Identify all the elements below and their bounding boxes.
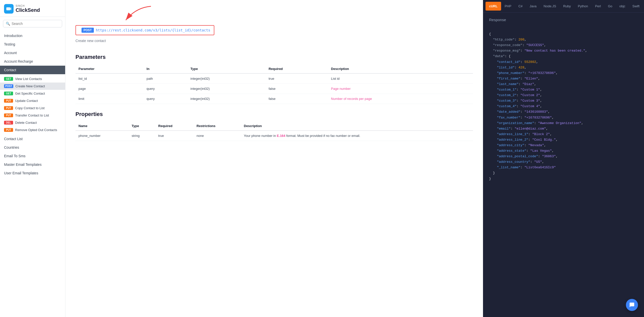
parameters-table: Parameter In Type Required Description l… (75, 64, 473, 104)
method-get-contact[interactable]: GET Get Specific Contact (0, 90, 65, 97)
method-label-create: Create New Contact (15, 84, 45, 88)
sidebar: SINCH ClickSend 🔍 Introduction Testing A… (0, 0, 65, 317)
prop-col-required: Required (155, 122, 193, 131)
prop-col-name: Name (75, 122, 129, 131)
method-create-contact[interactable]: POST Create New Contact (0, 83, 65, 90)
method-delete-contact[interactable]: DEL Delete Contact (0, 119, 65, 126)
method-label-get: Get Specific Contact (15, 92, 45, 95)
prop-col-restrictions: Restrictions (193, 122, 241, 131)
prop-desc-phone: Your phone number in E.164 format. Must … (241, 131, 473, 141)
endpoint-description: Create new contact (75, 39, 473, 43)
col-description: Description (328, 64, 473, 73)
sidebar-item-user-email[interactable]: User Email Templates (0, 169, 65, 177)
endpoint-method-tag: POST (82, 28, 94, 33)
tab-ruby[interactable]: Ruby (560, 2, 574, 11)
table-row: page query integer(int32) false Page num… (75, 84, 473, 94)
api-methods: GET View List Contacts POST Create New C… (0, 74, 65, 135)
sidebar-item-email-sms[interactable]: Email To Sms (0, 152, 65, 160)
method-badge-put-transfer: PUT (4, 113, 13, 117)
method-label-remove: Remove Opted Out Contacts (15, 128, 57, 132)
param-in-limit: query (144, 94, 188, 104)
parameters-heading: Parameters (75, 54, 473, 60)
method-label-copy: Copy Contact to List (15, 106, 45, 110)
method-remove-opted[interactable]: PUT Remove Opted Out Contacts (0, 126, 65, 134)
red-arrow-annotation (111, 5, 161, 25)
method-badge-post-create: POST (4, 84, 13, 88)
sidebar-item-contact[interactable]: Contact (0, 66, 65, 74)
method-view-list[interactable]: GET View List Contacts (0, 75, 65, 83)
tab-java[interactable]: Java (526, 2, 540, 11)
tab-swift[interactable]: Swift (629, 2, 643, 11)
param-type-limit: integer(int32) (187, 94, 266, 104)
param-required-page: false (266, 84, 328, 94)
chat-button[interactable] (626, 299, 638, 311)
tab-php[interactable]: PHP (501, 2, 515, 11)
language-tabs: cURL PHP C# Java Node.JS Ruby Python Per… (483, 0, 644, 13)
right-panel: cURL PHP C# Java Node.JS Ruby Python Per… (483, 0, 644, 317)
col-type: Type (187, 64, 266, 73)
svg-rect-0 (6, 7, 10, 10)
col-required: Required (266, 64, 328, 73)
param-desc-list_id: List id (328, 73, 473, 84)
sidebar-item-account-recharge[interactable]: Account Recharge (0, 57, 65, 66)
method-update-contact[interactable]: PUT Update Contact (0, 97, 65, 104)
sidebar-item-contact-list[interactable]: Contact List (0, 135, 65, 143)
method-transfer-contact[interactable]: PUT Transfer Contact to List (0, 112, 65, 119)
tab-csharp[interactable]: C# (515, 2, 526, 11)
endpoint-header: POST https://rest.clicksend.com/v3/lists… (75, 0, 473, 47)
tab-curl[interactable]: cURL (486, 2, 501, 11)
param-name-list_id: list_id (75, 73, 144, 84)
sidebar-nav: Introduction Testing Account Account Rec… (0, 30, 65, 317)
param-name-page: page (75, 84, 144, 94)
logo: SINCH ClickSend (0, 0, 65, 17)
properties-heading: Properties (75, 111, 473, 117)
prop-col-type: Type (129, 122, 155, 131)
tab-python[interactable]: Python (574, 2, 591, 11)
logo-icon (4, 4, 14, 14)
logo-clicksend: ClickSend (16, 7, 40, 13)
sidebar-item-account[interactable]: Account (0, 49, 65, 57)
sidebar-item-introduction[interactable]: Introduction (0, 31, 65, 40)
prop-col-description: Description (241, 122, 473, 131)
col-in: In (144, 64, 188, 73)
param-required-list_id: true (266, 73, 328, 84)
method-badge-put-remove: PUT (4, 128, 13, 132)
param-name-limit: limit (75, 94, 144, 104)
method-badge-get-specific: GET (4, 92, 13, 95)
param-in-list_id: path (144, 73, 188, 84)
prop-name-phone: phone_number (75, 131, 129, 141)
tab-nodejs[interactable]: Node.JS (540, 2, 560, 11)
method-badge-del: DEL (4, 121, 13, 125)
response-label: Response (489, 18, 638, 22)
col-parameter: Parameter (75, 64, 144, 73)
response-code-block: { "http_code": 200, "response_code": "SU… (489, 26, 638, 187)
method-badge-put-copy: PUT (4, 106, 13, 110)
sidebar-item-master-email[interactable]: Master Email Templates (0, 160, 65, 169)
prop-type-phone: string (129, 131, 155, 141)
search-input[interactable] (12, 22, 59, 26)
method-badge-get-view: GET (4, 77, 13, 81)
logo-sinch: SINCH (16, 5, 40, 7)
search-icon: 🔍 (6, 22, 10, 26)
prop-required-phone: true (155, 131, 193, 141)
param-in-page: query (144, 84, 188, 94)
search-box[interactable]: 🔍 (3, 20, 62, 27)
table-row: list_id path integer(int32) true List id (75, 73, 473, 84)
param-type-list_id: integer(int32) (187, 73, 266, 84)
param-desc-page: Page number (328, 84, 473, 94)
tab-go[interactable]: Go (605, 2, 616, 11)
main-content: POST https://rest.clicksend.com/v3/lists… (65, 0, 483, 317)
method-label-view: View List Contacts (15, 77, 42, 81)
endpoint-url-box: POST https://rest.clicksend.com/v3/lists… (75, 25, 214, 35)
response-panel: Response { "http_code": 200, "response_c… (483, 13, 644, 317)
sidebar-item-testing[interactable]: Testing (0, 40, 65, 49)
tab-perl[interactable]: Perl (592, 2, 605, 11)
method-label-update: Update Contact (15, 99, 38, 103)
method-copy-contact[interactable]: PUT Copy Contact to List (0, 104, 65, 112)
sidebar-item-countries[interactable]: Countries (0, 143, 65, 152)
param-type-page: integer(int32) (187, 84, 266, 94)
tab-objc[interactable]: objc (616, 2, 629, 11)
method-badge-put-update: PUT (4, 99, 13, 103)
method-label-delete: Delete Contact (15, 121, 37, 125)
param-required-limit: false (266, 94, 328, 104)
